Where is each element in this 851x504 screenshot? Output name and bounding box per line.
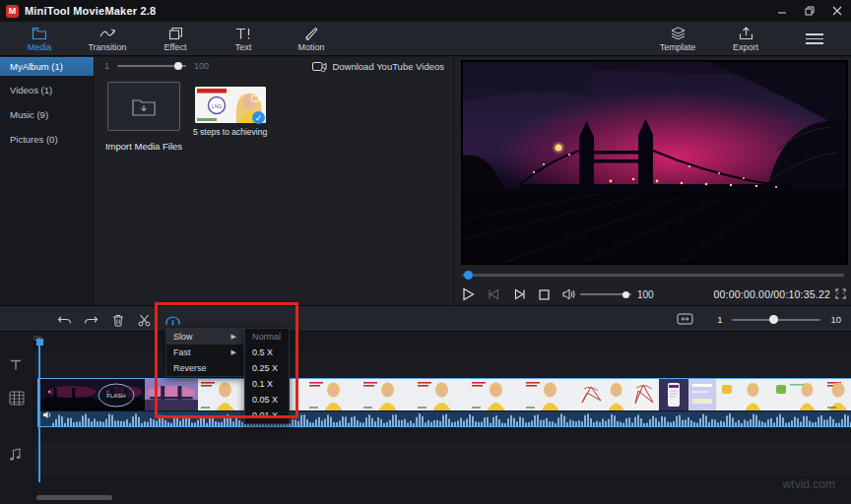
video-preview[interactable] bbox=[461, 60, 848, 265]
tab-transition[interactable]: Transition bbox=[73, 24, 142, 55]
stop-button[interactable] bbox=[539, 289, 550, 300]
clip-frame-doc[interactable] bbox=[631, 379, 659, 410]
clip-selected-check-icon: ✓ bbox=[252, 111, 265, 124]
tab-media-label: Media bbox=[28, 42, 52, 52]
close-button[interactable] bbox=[823, 0, 851, 22]
next-frame-button[interactable] bbox=[513, 288, 526, 300]
sidebar-item-pictures[interactable]: Pictures (0) bbox=[0, 130, 94, 150]
clip-frame-woman-icon[interactable] bbox=[716, 379, 770, 410]
clip-frame-woman[interactable] bbox=[469, 379, 523, 410]
tab-media[interactable]: Media bbox=[5, 24, 74, 55]
video-type-icon bbox=[251, 89, 262, 106]
clip-frame-phone[interactable] bbox=[659, 379, 688, 410]
sidebar-item-music[interactable]: Music (9) bbox=[0, 105, 94, 125]
speed-option-0-1x[interactable]: 0.1 X bbox=[245, 376, 289, 392]
timeline-zoom-slider-thumb[interactable] bbox=[769, 315, 778, 324]
preview-seek-bar[interactable] bbox=[462, 274, 844, 277]
previous-frame-button[interactable] bbox=[488, 288, 500, 300]
timeline-video-clip[interactable]: FLASH bbox=[37, 378, 851, 427]
submenu-arrow-icon: ▶ bbox=[231, 348, 236, 356]
tab-export-label: Export bbox=[733, 42, 758, 52]
app-title: MiniTool MovieMaker 2.8 bbox=[25, 5, 156, 17]
app-window: M MiniTool MovieMaker 2.8 Media Transiti… bbox=[0, 0, 851, 504]
clip-frame-woman[interactable] bbox=[415, 379, 469, 410]
text-track-lane[interactable] bbox=[34, 351, 851, 377]
svg-text:LNG: LNG bbox=[212, 103, 222, 109]
timeline-zoom-max: 10 bbox=[830, 314, 841, 325]
timeline-horizontal-scrollbar[interactable] bbox=[36, 495, 112, 500]
sidebar-item-videos[interactable]: Videos (1) bbox=[0, 81, 94, 100]
undo-button[interactable] bbox=[54, 311, 74, 329]
seek-handle[interactable] bbox=[464, 271, 473, 280]
speed-menu-item-label: Fast bbox=[173, 347, 191, 357]
thumbnail-size-slider-thumb[interactable] bbox=[174, 62, 182, 70]
clip-frame-slide[interactable] bbox=[688, 379, 716, 410]
music-track-icon[interactable] bbox=[9, 448, 22, 466]
menu-button[interactable] bbox=[806, 33, 823, 43]
volume-slider-thumb[interactable] bbox=[622, 291, 629, 298]
tab-motion-label: Motion bbox=[297, 42, 324, 52]
clip-frame-bridge-bright[interactable] bbox=[145, 379, 198, 410]
tab-effect[interactable]: Effect bbox=[141, 24, 210, 55]
media-folder-icon bbox=[32, 27, 47, 40]
fit-timeline-button[interactable] bbox=[677, 313, 693, 327]
timeline-zoom-slider[interactable] bbox=[732, 319, 820, 321]
speed-menu-item-reverse[interactable]: Reverse bbox=[166, 360, 243, 376]
tab-motion[interactable]: Motion bbox=[277, 24, 346, 55]
slow-speed-submenu: Normal 0.5 X 0.25 X 0.1 X 0.05 X 0.01 X bbox=[244, 328, 290, 424]
watermark: wtvid.com bbox=[783, 477, 835, 491]
speed-option-0-05x[interactable]: 0.05 X bbox=[245, 392, 289, 408]
thumb-zoom-max: 100 bbox=[194, 61, 209, 71]
main-area: MyAlbum (1) Videos (1) Music (9) Picture… bbox=[0, 57, 851, 305]
import-media-button[interactable] bbox=[107, 82, 180, 131]
minimize-button[interactable] bbox=[768, 0, 796, 22]
speed-button[interactable] bbox=[163, 311, 182, 329]
clip-audio-waveform bbox=[38, 411, 851, 426]
tab-template-label: Template bbox=[660, 42, 696, 52]
volume-slider[interactable] bbox=[580, 293, 631, 295]
clip-frame-woman-icon2[interactable] bbox=[770, 379, 824, 410]
delete-button[interactable] bbox=[108, 311, 128, 329]
text-track-icon[interactable] bbox=[9, 357, 23, 375]
speed-menu-item-label: Slow bbox=[173, 332, 193, 342]
speed-menu: Slow ▶ Fast ▶ Reverse bbox=[165, 328, 244, 377]
tab-text-label: Text bbox=[235, 42, 252, 52]
transition-indicator-icon[interactable]: FLASH bbox=[96, 382, 137, 412]
template-layers-icon bbox=[670, 27, 687, 40]
clip-frame-woman[interactable] bbox=[360, 379, 415, 410]
clip-audio-icon[interactable] bbox=[42, 406, 52, 423]
speed-option-0-25x[interactable]: 0.25 X bbox=[245, 360, 289, 376]
split-button[interactable] bbox=[134, 311, 154, 329]
thumbnail-size-slider[interactable] bbox=[117, 65, 186, 67]
effect-icon bbox=[168, 27, 183, 40]
tab-effect-label: Effect bbox=[164, 42, 187, 52]
speed-option-0-01x[interactable]: 0.01 X bbox=[245, 408, 289, 423]
tab-export[interactable]: Export bbox=[711, 24, 780, 55]
speed-option-0-5x[interactable]: 0.5 X bbox=[245, 345, 289, 360]
timeline-toolbar: 1 10 bbox=[0, 305, 851, 332]
fullscreen-button[interactable] bbox=[835, 285, 846, 303]
title-bar: M MiniTool MovieMaker 2.8 bbox=[0, 0, 851, 22]
maximize-button[interactable] bbox=[796, 0, 823, 22]
music-track-lane[interactable] bbox=[34, 442, 851, 475]
tab-template[interactable]: Template bbox=[643, 24, 712, 55]
video-track-icon[interactable] bbox=[9, 391, 25, 410]
redo-button[interactable] bbox=[81, 311, 100, 329]
speed-option-normal[interactable]: Normal bbox=[245, 329, 289, 345]
play-button[interactable] bbox=[462, 287, 475, 301]
clip-frame-woman[interactable] bbox=[523, 379, 577, 410]
tab-text[interactable]: Text bbox=[209, 24, 278, 55]
library-sidebar: MyAlbum (1) Videos (1) Music (9) Picture… bbox=[0, 57, 94, 305]
sidebar-item-myalbum[interactable]: MyAlbum (1) bbox=[0, 57, 94, 76]
clip-filmstrip[interactable] bbox=[38, 379, 851, 410]
download-youtube-label: Download YouTube Videos bbox=[332, 61, 444, 72]
volume-button[interactable] bbox=[562, 288, 576, 300]
export-icon bbox=[739, 27, 753, 40]
clip-frame-woman-doc[interactable] bbox=[577, 379, 631, 410]
clip-frame-woman[interactable] bbox=[824, 379, 851, 410]
speed-menu-item-slow[interactable]: Slow ▶ bbox=[166, 329, 243, 345]
playhead-line[interactable] bbox=[38, 339, 40, 482]
clip-frame-woman[interactable] bbox=[306, 379, 360, 410]
download-youtube-link[interactable]: Download YouTube Videos bbox=[312, 61, 444, 72]
speed-menu-item-fast[interactable]: Fast ▶ bbox=[166, 345, 243, 360]
